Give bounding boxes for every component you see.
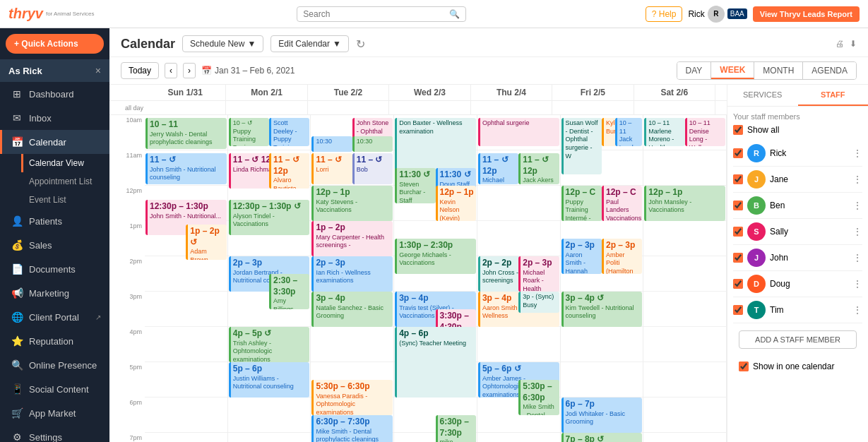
staff-john-more-icon[interactable]: ⋮ bbox=[852, 252, 862, 263]
sidebar-item-app-market[interactable]: 🛒 App Market bbox=[0, 401, 109, 425]
event-jerry-walsh[interactable]: 10 – 11Jerry Walsh - Dental prophylactic… bbox=[145, 118, 227, 149]
event-whitney-foster[interactable]: 7p – 8p ↺Whitney Foster - Ophtomologic bbox=[561, 433, 643, 442]
user-info[interactable]: Rick R BAA bbox=[688, 6, 747, 23]
export-icon[interactable]: ⬇ bbox=[850, 39, 857, 49]
event-sync-teacher[interactable]: 4p – 6p(Sync) Teacher Meeting bbox=[395, 327, 476, 398]
sidebar-item-documents[interactable]: 📄 Documents bbox=[0, 257, 109, 281]
sidebar-item-appointment-list[interactable]: Appointment List bbox=[21, 172, 109, 191]
staff-sally-checkbox[interactable] bbox=[733, 227, 743, 237]
add-staff-member-button[interactable]: ADD A STAFF MEMBER bbox=[739, 330, 857, 349]
leads-report-button[interactable]: View Thryv Leads Report bbox=[753, 6, 860, 22]
view-month-button[interactable]: MONTH bbox=[754, 62, 803, 79]
prev-button[interactable]: ‹ bbox=[165, 63, 177, 78]
event-kevin-nelson[interactable]: 12p – 1pKevin Nelson (Kevin) bbox=[436, 186, 476, 221]
close-icon[interactable]: × bbox=[95, 65, 101, 76]
view-agenda-button[interactable]: AGENDA bbox=[803, 62, 856, 79]
event-jodi-whitaker[interactable]: 6p – 7pJodi Whitaker - Basic Grooming bbox=[561, 398, 643, 433]
staff-tim-checkbox[interactable] bbox=[733, 305, 743, 315]
event-trish-ashley[interactable]: 4p – 5p ↺Trish Ashley - Ophtomologic exa… bbox=[229, 327, 310, 362]
event-mike-douglas[interactable]: 6:30p – 7:30pmike douglas - Ophtomologic… bbox=[436, 415, 476, 442]
edit-calendar-button[interactable]: Edit Calendar ▼ bbox=[270, 35, 349, 52]
show-all-checkbox[interactable] bbox=[733, 125, 743, 135]
event-mike-smith-dental-thu[interactable]: 5:30p – 6:30pMike Smith - Dental prophyl… bbox=[518, 380, 559, 415]
quick-actions-button[interactable]: + Quick Actions bbox=[6, 34, 104, 54]
staff-sally-more-icon[interactable]: ⋮ bbox=[852, 226, 862, 237]
event-michael-roark[interactable]: 2p – 3pMichael Roark - Health screenings bbox=[518, 256, 559, 292]
schedule-new-button[interactable]: Schedule New ▼ bbox=[182, 35, 263, 52]
event-thu-ophthal[interactable]: Ophthal surgerie bbox=[478, 118, 559, 146]
event-denise-long[interactable]: 10 – 11Denise Long - Wellness examinatio… bbox=[685, 118, 725, 146]
search-icon[interactable]: 🔍 bbox=[449, 9, 460, 19]
sidebar-item-event-list[interactable]: Event List bbox=[21, 191, 109, 209]
event-bob[interactable]: 11 – ↺Bob bbox=[352, 153, 393, 184]
event-mike-smith-dental-tue[interactable]: 6:30p – 7:30pMike Smith - Dental prophyl… bbox=[311, 415, 393, 442]
event-katy-stevens[interactable]: 12p – 1pKaty Stevens - Vaccinations bbox=[311, 186, 393, 221]
refresh-icon[interactable]: ↻ bbox=[356, 37, 365, 51]
event-susan-wolf[interactable]: Susan Wolf - Dentist - Ophthal surgerie … bbox=[561, 118, 602, 174]
event-amy-billings[interactable]: 2:30 – 3:30pAmy Billings bbox=[269, 274, 309, 309]
view-day-button[interactable]: DAY bbox=[677, 62, 712, 79]
sidebar-item-settings[interactable]: ⚙ Settings bbox=[0, 425, 109, 442]
event-john-mansley[interactable]: 12p – 1pJohn Mansley - Vaccinations bbox=[644, 186, 725, 221]
sidebar-item-dashboard[interactable]: ⊞ Dashboard bbox=[0, 82, 109, 106]
next-button[interactable]: › bbox=[183, 63, 196, 78]
staff-doug-checkbox[interactable] bbox=[733, 279, 743, 289]
event-alvaro[interactable]: 11 – ↺ 12pAlvaro Bautista bbox=[269, 153, 309, 189]
staff-tim-more-icon[interactable]: ⋮ bbox=[852, 304, 862, 316]
sidebar-item-inbox[interactable]: ✉ Inbox bbox=[0, 106, 109, 130]
staff-item-ben[interactable]: B Ben ⋮ bbox=[733, 193, 862, 219]
event-tue-1030a[interactable]: 10:30 bbox=[311, 136, 352, 152]
event-adam-brown[interactable]: 1p – 2p ↺Adam Brown (Spot) - Wellness bbox=[186, 225, 226, 260]
sidebar-item-reputation[interactable]: ⭐ Reputation bbox=[0, 329, 109, 353]
staff-item-doug[interactable]: D Doug ⋮ bbox=[733, 271, 862, 297]
event-puppy-training-mon[interactable]: 10 – ↺Puppy Training Beginner bbox=[229, 118, 269, 146]
event-aaron-hannah[interactable]: 2p – 3pAaron Smith - Hannah Group (Hamil… bbox=[561, 239, 602, 274]
sidebar-item-online-presence[interactable]: 🔍 Online Presence bbox=[0, 353, 109, 377]
event-fri-sync[interactable]: 10 – 11 Jack Landers bbox=[615, 118, 643, 146]
staff-item-john[interactable]: J John ⋮ bbox=[733, 245, 862, 271]
staff-item-jane[interactable]: J Jane ⋮ bbox=[733, 167, 862, 193]
print-icon[interactable]: 🖨 bbox=[836, 39, 844, 49]
sidebar-item-marketing[interactable]: 📢 Marketing bbox=[0, 281, 109, 305]
staff-ben-checkbox[interactable] bbox=[733, 201, 743, 210]
event-lorri[interactable]: 11 – ↺Lorri bbox=[311, 153, 352, 184]
event-george-michaels[interactable]: 1:30p – 2:30pGeorge Michaels - Vaccinati… bbox=[395, 239, 476, 274]
staff-jane-checkbox[interactable] bbox=[733, 174, 743, 184]
event-tue-1030b[interactable]: 10:30 bbox=[352, 136, 393, 152]
event-kim-twedell[interactable]: 3p – 4p ↺Kim Twedell - Nutritional couns… bbox=[561, 292, 643, 327]
tab-staff[interactable]: STAFF bbox=[798, 85, 869, 106]
event-mary-carpenter[interactable]: 1p – 2pMary Carpenter - Health screening… bbox=[311, 221, 393, 256]
staff-ben-more-icon[interactable]: ⋮ bbox=[852, 200, 862, 211]
event-marlene-moreno[interactable]: 10 – 11Marlene Moreno - Health screening… bbox=[644, 118, 684, 146]
staff-rick-checkbox[interactable] bbox=[733, 148, 743, 158]
event-jack-akers[interactable]: 11 – ↺ 12pJack Akers - Vaccinati... bbox=[518, 153, 559, 184]
event-paul-landers[interactable]: 12p – CPaul Landers Vaccinations bbox=[602, 186, 642, 221]
event-ian-rich[interactable]: 2p – 3pIan Rich - Wellness examinations bbox=[311, 256, 393, 292]
sidebar-item-social-content[interactable]: 📱 Social Content bbox=[0, 377, 109, 401]
search-box[interactable]: 🔍 bbox=[297, 6, 466, 22]
event-amber-politi[interactable]: 2p – 3pAmber Politi (Hamilton Session bbox=[602, 239, 642, 274]
sidebar-item-sales[interactable]: 💰 Sales bbox=[0, 233, 109, 257]
staff-item-tim[interactable]: T Tim ⋮ bbox=[733, 297, 862, 323]
staff-item-rick[interactable]: R Rick ⋮ bbox=[733, 141, 862, 167]
event-steven-burchar[interactable]: 11:30 ↺Steven Burchar - Staff bbox=[395, 168, 435, 203]
view-week-button[interactable]: WEEK bbox=[711, 62, 754, 79]
tab-services[interactable]: SERVICES bbox=[727, 85, 798, 106]
sidebar-item-calendar[interactable]: 📅 Calendar bbox=[0, 130, 109, 154]
event-puppy-training-fri[interactable]: 12p – CPuppy Training Intermé - Basic bbox=[561, 186, 602, 221]
sidebar-item-patients[interactable]: 👤 Patients bbox=[0, 209, 109, 233]
staff-doug-more-icon[interactable]: ⋮ bbox=[852, 278, 862, 289]
event-alyson-tindel[interactable]: 12:30p – 1:30p ↺Alyson Tindel - Vaccinat… bbox=[229, 200, 310, 235]
sidebar-item-client-portal[interactable]: 🌐 Client Portal ↗ bbox=[0, 305, 109, 329]
event-john-smith-sun[interactable]: 11 – ↺John Smith - Nutritional counselin… bbox=[145, 153, 227, 184]
event-natalie-sanchez[interactable]: 3p – 4pNatalie Sanchez - Basic Grooming bbox=[311, 292, 393, 327]
event-sync-busy[interactable]: 3p - (Sync) Busy bbox=[518, 292, 559, 313]
search-input[interactable] bbox=[303, 9, 446, 19]
staff-john-checkbox[interactable] bbox=[733, 253, 743, 263]
staff-item-sally[interactable]: S Sally ⋮ bbox=[733, 219, 862, 245]
staff-jane-more-icon[interactable]: ⋮ bbox=[852, 174, 862, 185]
sidebar-item-calendar-view[interactable]: Calendar View bbox=[21, 154, 109, 172]
show-one-calendar-checkbox[interactable] bbox=[739, 362, 749, 371]
today-button[interactable]: Today bbox=[121, 62, 159, 79]
help-button[interactable]: ? Help bbox=[646, 6, 683, 22]
